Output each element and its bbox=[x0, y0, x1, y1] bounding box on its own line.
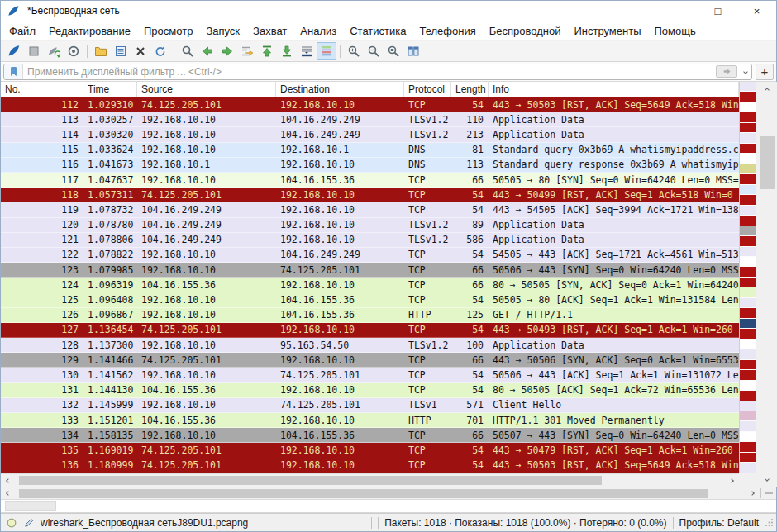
column-header-src[interactable]: Source bbox=[137, 82, 276, 97]
cell-info: 50507 → 443 [SYN] Seq=0 Win=64240 Len=0 … bbox=[489, 430, 739, 441]
column-header-time[interactable]: Time bbox=[83, 82, 137, 97]
packet-row-113[interactable]: 1131.030257192.168.10.10104.16.249.249TL… bbox=[1, 112, 739, 127]
capture-options-button[interactable] bbox=[64, 42, 83, 60]
maximize-button[interactable]: □ bbox=[698, 1, 737, 21]
packet-row-136[interactable]: 1361.18099974.125.205.101192.168.10.10TC… bbox=[1, 458, 739, 473]
packet-row-124[interactable]: 1241.096319104.16.155.36192.168.10.10TCP… bbox=[1, 278, 739, 292]
filter-bookmark-button[interactable] bbox=[4, 64, 23, 79]
vscroll-thumb[interactable] bbox=[760, 136, 775, 189]
vscroll-up-arrow[interactable] bbox=[756, 83, 777, 96]
apply-arrow-icon bbox=[722, 67, 732, 76]
go-last-packet-button[interactable] bbox=[277, 42, 297, 60]
cell-len: 54 bbox=[451, 459, 489, 471]
filter-history-dropdown[interactable] bbox=[740, 64, 751, 79]
column-header-info[interactable]: Info bbox=[489, 82, 739, 97]
menu-item-5[interactable]: Захват bbox=[246, 22, 293, 40]
add-filter-button[interactable]: + bbox=[756, 64, 774, 80]
packet-row-126[interactable]: 1261.096867192.168.10.10104.16.155.36HTT… bbox=[1, 308, 739, 323]
packet-list-hscrollbar[interactable] bbox=[1, 473, 739, 487]
packet-row-121[interactable]: 1211.078806104.16.249.249192.168.10.10TL… bbox=[1, 233, 739, 248]
packet-row-123[interactable]: 1231.079985192.168.10.1074.125.205.101TC… bbox=[1, 263, 739, 278]
packet-row-130[interactable]: 1301.141562192.168.10.1074.125.205.101TC… bbox=[1, 368, 739, 382]
packet-row-117[interactable]: 1171.047637192.168.10.10104.16.155.36TCP… bbox=[1, 173, 739, 188]
packet-row-134[interactable]: 1341.158135192.168.10.10104.16.155.36TCP… bbox=[1, 428, 739, 443]
menu-item-3[interactable]: Просмотр bbox=[137, 22, 199, 40]
packet-row-122[interactable]: 1221.078822192.168.10.10104.16.249.249TC… bbox=[1, 248, 739, 263]
start-capture-button[interactable] bbox=[4, 42, 24, 60]
intelligent-scrollbar-minimap[interactable] bbox=[739, 82, 756, 473]
packet-row-127[interactable]: 1271.13645474.125.205.101192.168.10.10TC… bbox=[1, 323, 739, 338]
expert-info-button[interactable] bbox=[6, 517, 17, 529]
minimap-stripe bbox=[740, 123, 756, 133]
apply-filter-button[interactable] bbox=[716, 65, 737, 78]
packet-row-119[interactable]: 1191.078732104.16.249.249192.168.10.10TC… bbox=[1, 202, 739, 217]
minimap-stripe bbox=[740, 463, 756, 473]
vscroll-down-arrow[interactable] bbox=[756, 473, 777, 485]
column-header-no[interactable]: No. bbox=[1, 82, 83, 97]
minimize-button[interactable]: — bbox=[660, 1, 698, 21]
packet-row-118[interactable]: 1181.05731174.125.205.101192.168.10.10TC… bbox=[1, 188, 739, 202]
chevron-right-icon bbox=[750, 491, 755, 496]
menu-item-9[interactable]: Беспроводной bbox=[483, 22, 568, 40]
zoom-in-button[interactable] bbox=[344, 42, 364, 60]
hscroll-right-arrow[interactable] bbox=[724, 474, 739, 487]
restart-capture-button[interactable] bbox=[44, 42, 64, 60]
save-file-button[interactable] bbox=[111, 42, 131, 60]
reload-file-button[interactable] bbox=[150, 42, 170, 60]
column-header-proto[interactable]: Protocol bbox=[404, 82, 451, 97]
open-file-button[interactable] bbox=[91, 42, 111, 60]
packet-row-116[interactable]: 1161.041673192.168.10.1192.168.10.10DNS1… bbox=[1, 158, 739, 173]
menu-item-7[interactable]: Статистика bbox=[343, 22, 412, 40]
packet-row-132[interactable]: 1321.145999192.168.10.1074.125.205.101TL… bbox=[1, 398, 739, 413]
detail-pane-hscrollbar[interactable] bbox=[1, 487, 776, 500]
display-filter-input[interactable] bbox=[23, 66, 716, 78]
find-packet-button[interactable] bbox=[178, 42, 198, 60]
close-button[interactable]: × bbox=[737, 1, 776, 21]
zoom-out-button[interactable] bbox=[364, 42, 384, 60]
pane-splitter-grip[interactable] bbox=[762, 492, 775, 494]
hscroll2-left-arrow[interactable] bbox=[1, 487, 16, 499]
go-first-packet-button[interactable] bbox=[257, 42, 277, 60]
packet-list-vscrollbar[interactable] bbox=[756, 82, 777, 487]
menu-item-2[interactable]: Редактирование bbox=[42, 22, 137, 40]
resize-columns-button[interactable] bbox=[403, 42, 423, 60]
zoom-original-button[interactable] bbox=[384, 42, 403, 60]
menu-item-10[interactable]: Инструменты bbox=[567, 22, 647, 40]
menu-item-4[interactable]: Запуск bbox=[199, 22, 246, 40]
packet-row-125[interactable]: 1251.096408192.168.10.10104.16.155.36TCP… bbox=[1, 292, 739, 307]
auto-scroll-button[interactable] bbox=[297, 42, 317, 60]
column-header-dst[interactable]: Destination bbox=[276, 82, 404, 97]
packet-row-129[interactable]: 1291.14146674.125.205.101192.168.10.10TC… bbox=[1, 353, 739, 368]
close-file-button[interactable] bbox=[131, 42, 150, 60]
packet-row-133[interactable]: 1331.151201104.16.155.36192.168.10.10HTT… bbox=[1, 413, 739, 428]
cell-src: 192.168.10.10 bbox=[137, 294, 276, 306]
packet-row-131[interactable]: 1311.144130104.16.155.36192.168.10.10TCP… bbox=[1, 383, 739, 398]
window-resize-grip[interactable] bbox=[765, 518, 774, 527]
profile-label[interactable]: Профиль: Default bbox=[679, 517, 760, 529]
stop-capture-button[interactable] bbox=[24, 42, 44, 60]
go-back-button[interactable] bbox=[198, 42, 217, 60]
colorize-packets-button[interactable] bbox=[317, 42, 336, 60]
menu-item-11[interactable]: Помощь bbox=[648, 22, 703, 40]
capture-comment-button[interactable] bbox=[23, 517, 35, 529]
menu-item-6[interactable]: Анализ bbox=[293, 22, 343, 40]
packet-row-112[interactable]: 1121.02931074.125.205.101192.168.10.10TC… bbox=[1, 97, 739, 112]
minimap-stripe bbox=[740, 287, 756, 297]
hscroll-thumb[interactable] bbox=[19, 476, 602, 485]
go-forward-button[interactable] bbox=[217, 42, 237, 60]
packet-row-135[interactable]: 1351.16901974.125.205.101192.168.10.10TC… bbox=[1, 443, 739, 458]
cell-dst: 74.125.205.101 bbox=[276, 264, 404, 276]
packet-row-128[interactable]: 1281.137300192.168.10.1095.163.54.50TLSv… bbox=[1, 338, 739, 353]
menu-item-8[interactable]: Телефония bbox=[412, 22, 482, 40]
packet-row-120[interactable]: 1201.078780104.16.249.249192.168.10.10TL… bbox=[1, 218, 739, 233]
go-to-packet-button[interactable] bbox=[237, 42, 257, 60]
hscroll2-right-arrow[interactable] bbox=[745, 487, 760, 499]
packet-row-115[interactable]: 1151.033624192.168.10.10192.168.10.1DNS8… bbox=[1, 143, 739, 158]
hscroll2-thumb[interactable] bbox=[19, 489, 708, 498]
hscroll-left-arrow[interactable] bbox=[1, 474, 16, 487]
packet-row-114[interactable]: 1141.030320192.168.10.10104.16.249.249TL… bbox=[1, 127, 739, 142]
cell-dst: 192.168.10.10 bbox=[276, 279, 404, 291]
menu-item-1[interactable]: Файл bbox=[2, 22, 42, 40]
column-header-len[interactable]: Length bbox=[451, 82, 489, 97]
cell-time: 1.057311 bbox=[83, 189, 137, 201]
